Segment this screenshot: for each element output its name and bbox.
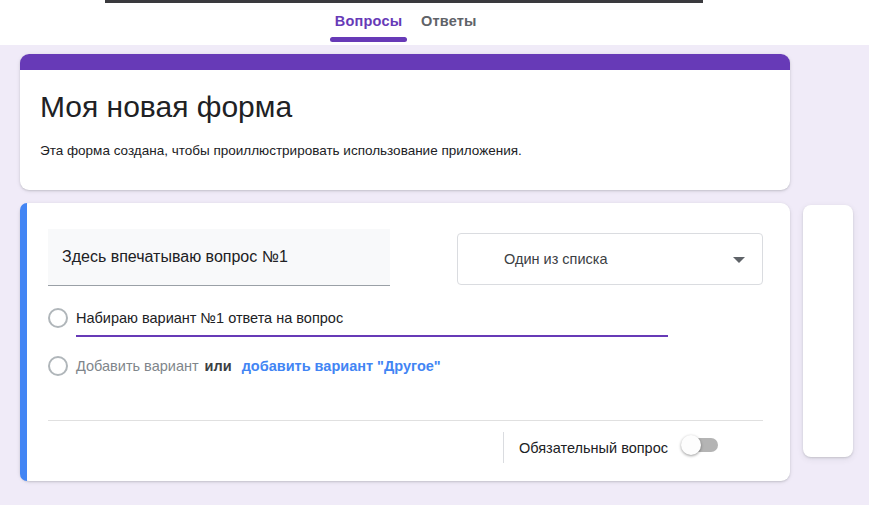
footer-vertical-divider bbox=[503, 432, 504, 463]
option1-text-input[interactable] bbox=[76, 301, 668, 337]
toggle-knob bbox=[681, 435, 701, 455]
header-tab-bar: Вопросы Ответы bbox=[0, 0, 869, 45]
google-forms-editor: Вопросы Ответы Моя новая форма Эта форма… bbox=[0, 0, 869, 505]
question-type-selected-value: Один из списка bbox=[504, 251, 608, 267]
selected-question-stripe bbox=[20, 203, 27, 481]
add-option-row: Добавить вариант или добавить вариант "Д… bbox=[76, 358, 441, 374]
footer-divider bbox=[48, 420, 763, 421]
tab-answers[interactable]: Ответы bbox=[421, 13, 477, 29]
radio-button-icon[interactable] bbox=[48, 308, 68, 328]
chevron-down-icon bbox=[733, 257, 745, 263]
floating-side-toolbar[interactable] bbox=[803, 205, 853, 457]
active-tab-indicator bbox=[330, 37, 407, 42]
form-title-card: Моя новая форма Эта форма создана, чтобы… bbox=[20, 54, 790, 190]
add-option-button[interactable]: Добавить вариант bbox=[76, 358, 199, 374]
question-type-dropdown[interactable]: Один из списка bbox=[457, 233, 763, 285]
add-other-option-link[interactable]: добавить вариант "Другое" bbox=[242, 358, 441, 374]
question-text-input[interactable] bbox=[48, 229, 390, 286]
required-question-label: Обязательный вопрос bbox=[519, 440, 668, 456]
tab-questions[interactable]: Вопросы bbox=[330, 13, 407, 29]
form-description[interactable]: Эта форма создана, чтобы проиллюстрирова… bbox=[40, 143, 522, 158]
top-window-edge bbox=[105, 0, 703, 3]
radio-button-icon bbox=[48, 356, 68, 376]
form-title[interactable]: Моя новая форма bbox=[40, 90, 292, 124]
required-toggle[interactable] bbox=[684, 438, 718, 452]
or-label: или bbox=[205, 358, 232, 374]
question-card: Один из списка Добавить вариант или доба… bbox=[20, 203, 790, 481]
theme-color-bar bbox=[20, 54, 790, 70]
